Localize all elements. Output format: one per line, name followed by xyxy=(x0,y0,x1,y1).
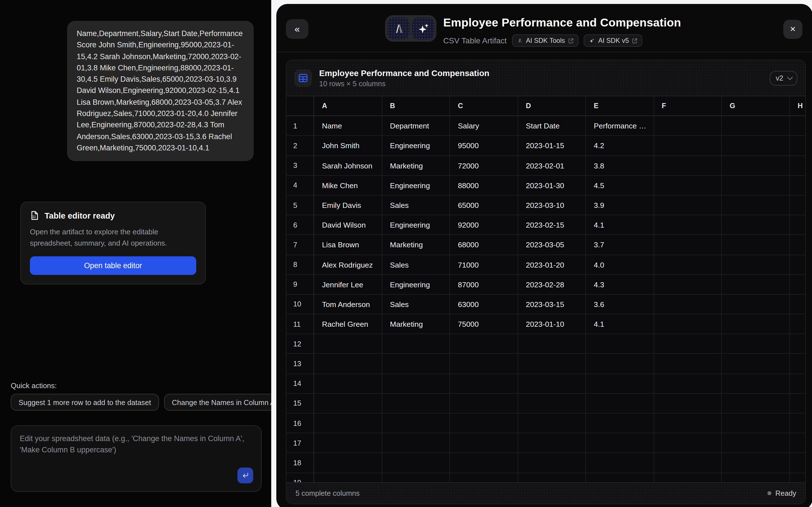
cell-F1[interactable] xyxy=(654,116,722,136)
cell-H9[interactable] xyxy=(790,275,806,294)
cell-F2[interactable] xyxy=(654,136,722,156)
send-button[interactable] xyxy=(238,467,253,483)
cell-A4[interactable]: Mike Chen xyxy=(314,176,382,195)
cell-B3[interactable]: Marketing xyxy=(382,156,450,175)
cell-G7[interactable] xyxy=(722,235,790,255)
cell-H16[interactable] xyxy=(790,413,806,433)
cell-E15[interactable] xyxy=(586,394,654,413)
column-header-F[interactable]: F xyxy=(654,96,722,116)
cell-G3[interactable] xyxy=(722,156,790,175)
cell-G1[interactable] xyxy=(722,116,790,136)
cell-F12[interactable] xyxy=(654,334,722,354)
cell-H1[interactable] xyxy=(790,116,806,136)
row-number-10[interactable]: 10 xyxy=(287,295,314,314)
cell-H17[interactable] xyxy=(790,433,806,453)
cell-B5[interactable]: Sales xyxy=(382,195,450,215)
cell-C6[interactable]: 92000 xyxy=(450,215,518,235)
row-number-1[interactable]: 1 xyxy=(287,116,314,136)
cell-C1[interactable]: Salary xyxy=(450,116,518,136)
cell-D14[interactable] xyxy=(518,374,586,393)
cell-C15[interactable] xyxy=(450,394,518,413)
row-number-18[interactable]: 18 xyxy=(287,453,314,473)
cell-E13[interactable] xyxy=(586,354,654,374)
cell-C11[interactable]: 75000 xyxy=(450,314,518,334)
column-header-E[interactable]: E xyxy=(586,96,654,116)
row-number-8[interactable]: 8 xyxy=(287,255,314,275)
cell-H6[interactable] xyxy=(790,215,806,235)
cell-F14[interactable] xyxy=(654,374,722,393)
cell-E5[interactable]: 3.9 xyxy=(586,195,654,215)
cell-C16[interactable] xyxy=(450,413,518,433)
cell-C3[interactable]: 72000 xyxy=(450,156,518,175)
row-number-2[interactable]: 2 xyxy=(287,136,314,156)
cell-A2[interactable]: John Smith xyxy=(314,136,382,156)
cell-E2[interactable]: 4.2 xyxy=(586,136,654,156)
cell-B11[interactable]: Marketing xyxy=(382,314,450,334)
cell-E12[interactable] xyxy=(586,334,654,354)
cell-D12[interactable] xyxy=(518,334,586,354)
cell-F3[interactable] xyxy=(654,156,722,175)
cell-G2[interactable] xyxy=(722,136,790,156)
cell-C12[interactable] xyxy=(450,334,518,354)
cell-A6[interactable]: David Wilson xyxy=(314,215,382,235)
row-number-3[interactable]: 3 xyxy=(287,156,314,175)
cell-B13[interactable] xyxy=(382,354,450,374)
cell-H18[interactable] xyxy=(790,453,806,473)
cell-H8[interactable] xyxy=(790,255,806,275)
cell-E8[interactable]: 4.0 xyxy=(586,255,654,275)
cell-G17[interactable] xyxy=(722,433,790,453)
cell-F8[interactable] xyxy=(654,255,722,275)
cell-A13[interactable] xyxy=(314,354,382,374)
column-header-G[interactable]: G xyxy=(722,96,790,116)
cell-D7[interactable]: 2023-03-05 xyxy=(518,235,586,255)
cell-A7[interactable]: Lisa Brown xyxy=(314,235,382,255)
cell-B7[interactable]: Marketing xyxy=(382,235,450,255)
cell-A10[interactable]: Tom Anderson xyxy=(314,295,382,314)
cell-A1[interactable]: Name xyxy=(314,116,382,136)
row-number-14[interactable]: 14 xyxy=(287,374,314,393)
column-header-B[interactable]: B xyxy=(382,96,450,116)
cell-F15[interactable] xyxy=(654,394,722,413)
cell-D9[interactable]: 2023-02-28 xyxy=(518,275,586,294)
cell-C5[interactable]: 65000 xyxy=(450,195,518,215)
cell-A3[interactable]: Sarah Johnson xyxy=(314,156,382,175)
cell-F18[interactable] xyxy=(654,453,722,473)
cell-E4[interactable]: 4.5 xyxy=(586,176,654,195)
cell-G13[interactable] xyxy=(722,354,790,374)
cell-H11[interactable] xyxy=(790,314,806,334)
cell-G8[interactable] xyxy=(722,255,790,275)
row-number-15[interactable]: 15 xyxy=(287,394,314,413)
row-number-17[interactable]: 17 xyxy=(287,433,314,453)
cell-B15[interactable] xyxy=(382,394,450,413)
cell-C2[interactable]: 95000 xyxy=(450,136,518,156)
cell-A11[interactable]: Rachel Green xyxy=(314,314,382,334)
cell-D8[interactable]: 2023-01-20 xyxy=(518,255,586,275)
cell-D18[interactable] xyxy=(518,453,586,473)
cell-E7[interactable]: 3.7 xyxy=(586,235,654,255)
row-number-4[interactable]: 4 xyxy=(287,176,314,195)
cell-D15[interactable] xyxy=(518,394,586,413)
cell-H3[interactable] xyxy=(790,156,806,175)
cell-F16[interactable] xyxy=(654,413,722,433)
cell-D2[interactable]: 2023-01-15 xyxy=(518,136,586,156)
cell-D13[interactable] xyxy=(518,354,586,374)
cell-G10[interactable] xyxy=(722,295,790,314)
close-artifact-button[interactable]: × xyxy=(783,20,802,39)
cell-F5[interactable] xyxy=(654,195,722,215)
cell-E1[interactable]: Performance Score xyxy=(586,116,654,136)
cell-A18[interactable] xyxy=(314,453,382,473)
cell-C7[interactable]: 68000 xyxy=(450,235,518,255)
cell-H4[interactable] xyxy=(790,176,806,195)
cell-D11[interactable]: 2023-01-10 xyxy=(518,314,586,334)
cell-C10[interactable]: 63000 xyxy=(450,295,518,314)
row-number-16[interactable]: 16 xyxy=(287,413,314,433)
column-header-A[interactable]: A xyxy=(314,96,382,116)
cell-H15[interactable] xyxy=(790,394,806,413)
cell-B17[interactable] xyxy=(382,433,450,453)
column-header-C[interactable]: C xyxy=(450,96,518,116)
cell-F17[interactable] xyxy=(654,433,722,453)
cell-F6[interactable] xyxy=(654,215,722,235)
cell-B14[interactable] xyxy=(382,374,450,393)
cell-F13[interactable] xyxy=(654,354,722,374)
cell-A14[interactable] xyxy=(314,374,382,393)
